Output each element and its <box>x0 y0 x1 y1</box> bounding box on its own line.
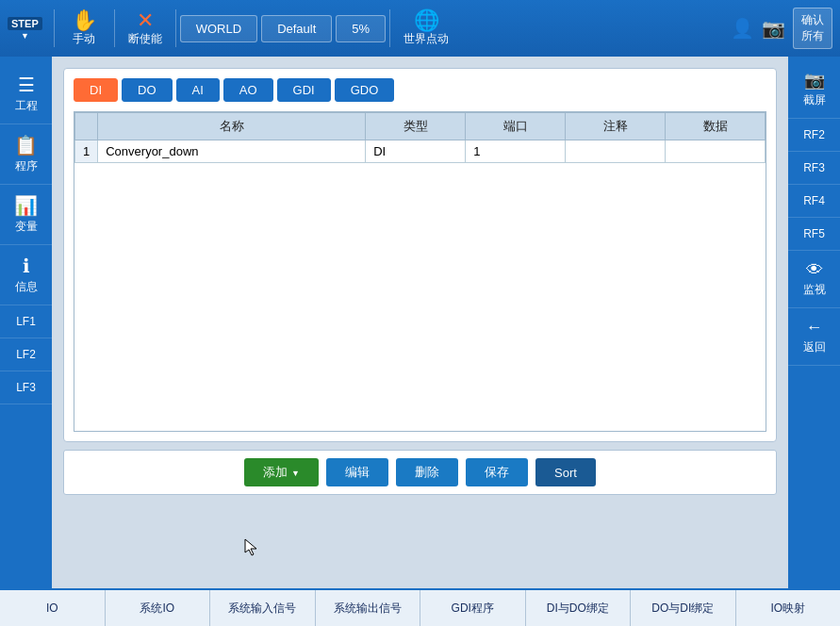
bottom-tab-do-di-bind-label: DO与DI绑定 <box>651 601 714 617</box>
tab-ai[interactable]: AI <box>176 78 220 102</box>
add-button[interactable]: 添加 <box>244 458 319 486</box>
back-label: 返回 <box>803 339 826 355</box>
sidebar-item-variable[interactable]: 📊 变量 <box>0 185 52 245</box>
cell-port: 1 <box>466 140 566 163</box>
tab-ao[interactable]: AO <box>223 78 273 102</box>
jog-button[interactable]: 🌐 世界点动 <box>394 7 458 51</box>
program-icon: 📋 <box>14 134 38 156</box>
right-item-screenshot[interactable]: 📷 截屏 <box>788 60 840 119</box>
right-item-back[interactable]: ← 返回 <box>788 308 840 366</box>
monitor-icon: 👁 <box>806 260 823 280</box>
world-button[interactable]: WORLD <box>180 15 257 42</box>
divider-2 <box>114 9 115 47</box>
right-item-rf2[interactable]: RF2 <box>788 119 840 152</box>
speed-button[interactable]: 5% <box>336 15 386 42</box>
right-item-rf5[interactable]: RF5 <box>788 218 840 251</box>
divider-1 <box>54 9 55 47</box>
action-row: 添加 编辑 删除 保存 Sort <box>63 450 777 495</box>
right-item-monitor[interactable]: 👁 监视 <box>788 251 840 308</box>
tab-gdi[interactable]: GDI <box>277 78 331 102</box>
tab-gdo[interactable]: GDO <box>335 78 395 102</box>
hand-icon: ✋ <box>72 10 97 31</box>
lf1-label: LF1 <box>16 315 36 328</box>
bottom-tab-gdi-program[interactable]: GDI程序 <box>420 590 526 626</box>
confirm-all-button[interactable]: 确认 所有 <box>793 8 832 49</box>
app-logo: STEP ▼ <box>8 17 42 41</box>
camera-icon[interactable]: 📷 <box>762 17 785 40</box>
table-row[interactable]: 1 Converyor_down DI 1 <box>75 140 766 163</box>
bottom-tab-system-io[interactable]: 系统IO <box>106 590 211 626</box>
bottom-tab-io-label: IO <box>46 601 58 615</box>
sidebar-item-info[interactable]: ℹ 信息 <box>0 245 52 305</box>
world-label: WORLD <box>196 22 241 36</box>
user-icon[interactable]: 👤 <box>731 17 754 40</box>
speed-label: 5% <box>352 22 370 36</box>
back-icon: ← <box>806 318 823 338</box>
sidebar-item-engineering[interactable]: ☰ 工程 <box>0 64 52 124</box>
bottom-tab-system-io-label: 系统IO <box>140 601 174 617</box>
all-label: 所有 <box>801 28 824 44</box>
tab-row: DI DO AI AO GDI GDO <box>74 78 766 102</box>
save-button[interactable]: 保存 <box>466 458 528 486</box>
tab-di[interactable]: DI <box>74 78 118 102</box>
col-comment: 注释 <box>566 113 666 140</box>
cell-num: 1 <box>75 140 98 163</box>
bottom-tab-di-do-bind[interactable]: DI与DO绑定 <box>526 590 632 626</box>
default-button[interactable]: Default <box>261 15 332 42</box>
bottom-tab-do-di-bind[interactable]: DO与DI绑定 <box>631 590 736 626</box>
step-label: STEP <box>8 17 42 30</box>
io-panel: DI DO AI AO GDI GDO 名称 类型 端口 注释 <box>63 68 777 442</box>
lf3-label: LF3 <box>16 381 36 394</box>
engineering-icon: ☰ <box>18 74 35 96</box>
variable-label: 变量 <box>15 219 38 235</box>
bottom-tabs: IO 系统IO 系统输入信号 系统输出信号 GDI程序 DI与DO绑定 DO与D… <box>0 588 840 626</box>
sidebar-item-lf3[interactable]: LF3 <box>0 371 52 404</box>
top-bar: STEP ▼ ✋ 手动 ✕ 断使能 WORLD Default 5% 🌐 世界点… <box>0 0 840 57</box>
disable-button[interactable]: ✕ 断使能 <box>119 7 172 51</box>
bottom-tab-gdi-program-label: GDI程序 <box>452 601 494 617</box>
cell-type: DI <box>366 140 466 163</box>
bottom-tab-system-output-label: 系统输出信号 <box>334 601 402 617</box>
data-table-container: 名称 类型 端口 注释 数据 1 Converyor_down DI 1 <box>74 111 766 432</box>
program-label: 程序 <box>15 158 38 174</box>
bottom-tab-system-output[interactable]: 系统输出信号 <box>316 590 421 626</box>
disable-label: 断使能 <box>128 31 162 47</box>
rf5-label: RF5 <box>803 227 825 240</box>
cell-data <box>666 140 766 163</box>
lf2-label: LF2 <box>16 348 36 361</box>
tab-do[interactable]: DO <box>122 78 173 102</box>
divider-3 <box>175 9 176 47</box>
right-item-rf4[interactable]: RF4 <box>788 185 840 218</box>
bottom-tab-system-input[interactable]: 系统输入信号 <box>210 590 316 626</box>
sidebar-item-lf2[interactable]: LF2 <box>0 338 52 371</box>
left-sidebar: ☰ 工程 📋 程序 📊 变量 ℹ 信息 LF1 LF2 LF3 <box>0 57 52 588</box>
monitor-label: 监视 <box>803 282 826 298</box>
sidebar-item-lf1[interactable]: LF1 <box>0 305 52 338</box>
info-label: 信息 <box>15 279 38 295</box>
disable-icon: ✕ <box>137 10 154 31</box>
sort-button[interactable]: Sort <box>535 458 596 486</box>
cell-comment <box>566 140 666 163</box>
top-bar-right: 👤 📷 确认 所有 <box>731 8 832 49</box>
bottom-tab-io[interactable]: IO <box>0 590 106 626</box>
col-type: 类型 <box>366 113 466 140</box>
col-data: 数据 <box>666 113 766 140</box>
delete-button[interactable]: 删除 <box>396 458 458 486</box>
mode-button[interactable]: ✋ 手动 <box>58 7 110 51</box>
main-layout: ☰ 工程 📋 程序 📊 变量 ℹ 信息 LF1 LF2 LF3 <box>0 57 840 588</box>
engineering-label: 工程 <box>15 98 38 114</box>
col-port: 端口 <box>466 113 566 140</box>
divider-4 <box>389 9 390 47</box>
info-icon: ℹ <box>23 255 30 277</box>
confirm-label: 确认 <box>801 12 824 28</box>
jog-label: 世界点动 <box>404 31 449 47</box>
edit-button[interactable]: 编辑 <box>326 458 388 486</box>
screenshot-icon: 📷 <box>804 70 825 91</box>
cell-name: Converyor_down <box>98 140 366 163</box>
right-item-rf3[interactable]: RF3 <box>788 152 840 185</box>
bottom-tab-io-map[interactable]: IO映射 <box>736 590 841 626</box>
sidebar-item-program[interactable]: 📋 程序 <box>0 124 52 185</box>
globe-icon: 🌐 <box>414 10 439 31</box>
col-name: 名称 <box>98 113 366 140</box>
io-table: 名称 类型 端口 注释 数据 1 Converyor_down DI 1 <box>74 112 766 163</box>
